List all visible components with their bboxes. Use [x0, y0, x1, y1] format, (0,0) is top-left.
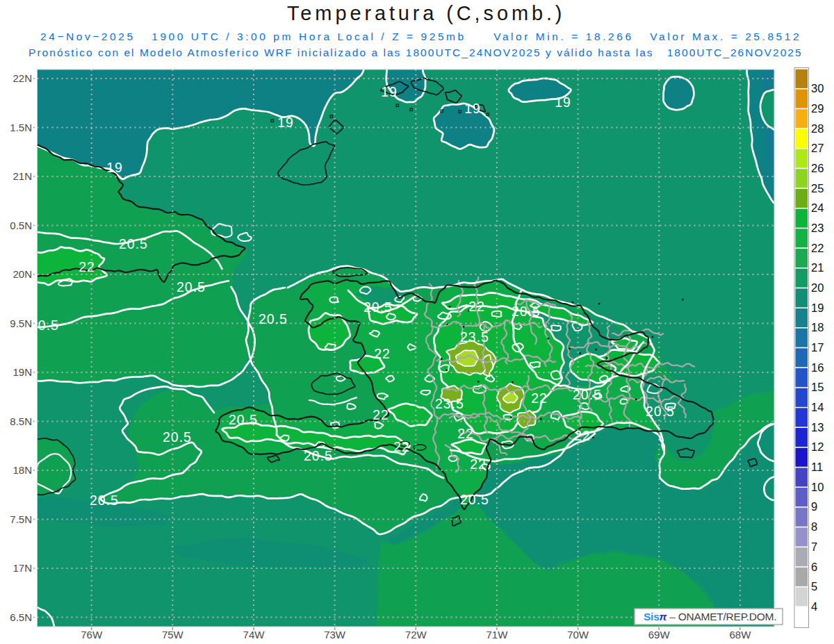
svg-text:22: 22: [531, 390, 548, 406]
svg-text:22: 22: [470, 456, 486, 472]
svg-text:22: 22: [574, 428, 591, 443]
svg-text:20.5: 20.5: [460, 492, 489, 507]
svg-text:0.5N: 0.5N: [10, 220, 32, 231]
svg-text:20.5: 20.5: [304, 448, 333, 463]
svg-text:18: 18: [811, 321, 824, 333]
svg-text:27: 27: [811, 142, 824, 154]
svg-text:72W: 72W: [405, 629, 427, 641]
svg-text:70W: 70W: [567, 629, 589, 641]
svg-text:11: 11: [811, 461, 823, 473]
svg-text:19: 19: [106, 160, 123, 175]
svg-text:20N: 20N: [13, 268, 32, 280]
svg-text:68W: 68W: [729, 629, 751, 641]
svg-text:22: 22: [457, 426, 474, 441]
svg-text:8.5N: 8.5N: [10, 415, 32, 427]
svg-text:20.5: 20.5: [573, 387, 602, 402]
svg-text:Sisπ – ONAMET/REP.DOM.: Sisπ – ONAMET/REP.DOM.: [644, 611, 777, 622]
svg-text:20.5: 20.5: [512, 304, 541, 319]
svg-text:12: 12: [811, 440, 824, 453]
svg-text:20.5: 20.5: [90, 493, 119, 508]
svg-text:26: 26: [811, 162, 824, 174]
svg-text:19N: 19N: [13, 366, 32, 378]
svg-text:19: 19: [555, 94, 571, 110]
svg-text:75W: 75W: [162, 629, 184, 641]
svg-text:25: 25: [811, 182, 824, 195]
svg-text:22: 22: [374, 346, 391, 361]
svg-text:8: 8: [811, 520, 817, 533]
svg-text:23: 23: [811, 222, 824, 234]
svg-text:76W: 76W: [81, 629, 103, 641]
svg-text:20.5: 20.5: [363, 299, 393, 315]
svg-text:19: 19: [811, 302, 824, 314]
svg-text:22: 22: [468, 299, 485, 314]
svg-text:22: 22: [811, 242, 824, 254]
svg-text:7.5N: 7.5N: [10, 513, 32, 525]
svg-text:22: 22: [393, 439, 410, 454]
svg-text:1.5N: 1.5N: [10, 122, 32, 133]
svg-text:16: 16: [811, 361, 824, 374]
svg-text:21: 21: [811, 261, 824, 274]
svg-text:21N: 21N: [13, 170, 32, 182]
svg-text:22N: 22N: [13, 72, 32, 84]
svg-text:20.5: 20.5: [119, 236, 148, 251]
svg-text:71W: 71W: [486, 629, 508, 641]
svg-text:17: 17: [811, 341, 824, 354]
svg-text:6: 6: [811, 561, 817, 573]
svg-text:74W: 74W: [243, 629, 265, 641]
svg-text:20.5: 20.5: [259, 311, 288, 327]
svg-text:23.5: 23.5: [435, 396, 464, 411]
svg-text:13: 13: [811, 421, 824, 434]
svg-text:22: 22: [373, 407, 389, 422]
svg-text:29: 29: [811, 102, 824, 115]
svg-text:18N: 18N: [13, 464, 32, 476]
svg-text:19: 19: [464, 101, 481, 116]
svg-text:Pronóstico con el Modelo Atmo: Pronóstico con el Modelo Atmosferico WR…: [28, 47, 801, 58]
svg-text:20.5: 20.5: [229, 412, 258, 427]
svg-text:4: 4: [811, 600, 817, 613]
svg-text:Temperatura (C,somb.): Temperatura (C,somb.): [287, 2, 564, 24]
svg-text:22: 22: [79, 259, 95, 274]
svg-text:9.5N: 9.5N: [10, 317, 32, 329]
svg-text:6.5N: 6.5N: [10, 611, 32, 623]
svg-text:28: 28: [811, 122, 824, 135]
svg-text:15: 15: [811, 381, 824, 393]
svg-text:20.5: 20.5: [177, 279, 206, 295]
svg-text:10: 10: [811, 481, 824, 493]
svg-text:9: 9: [811, 500, 817, 513]
svg-text:17N: 17N: [13, 562, 32, 574]
svg-text:20: 20: [811, 281, 824, 294]
svg-text:7: 7: [811, 540, 817, 553]
svg-text:14: 14: [811, 401, 824, 413]
svg-text:24: 24: [811, 201, 824, 214]
svg-text:73W: 73W: [324, 629, 346, 641]
svg-text:19: 19: [381, 84, 398, 99]
svg-text:20.5: 20.5: [646, 404, 675, 419]
svg-text:69W: 69W: [648, 629, 671, 641]
svg-text:30: 30: [811, 82, 824, 94]
svg-text:19: 19: [277, 115, 294, 130]
svg-text:20.5: 20.5: [163, 429, 192, 445]
svg-text:5: 5: [811, 580, 817, 593]
svg-text:23.5: 23.5: [460, 329, 489, 345]
